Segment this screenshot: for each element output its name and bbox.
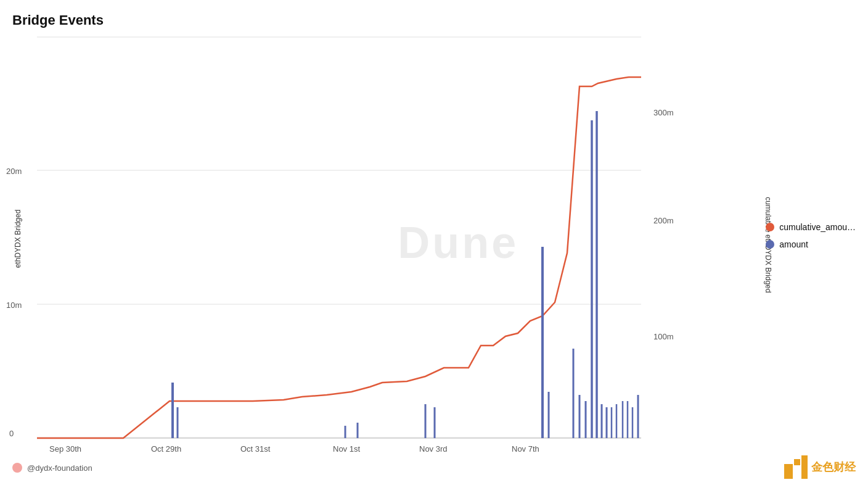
y-right-label-2: 300m: [653, 108, 674, 117]
y-left-label-2: 20m: [6, 167, 22, 176]
legend-dot-0: [766, 223, 774, 231]
legend-dot-1: [766, 240, 774, 249]
legend: cumulative_amou… amount: [766, 222, 856, 249]
y-right-label-0: 100m: [653, 332, 674, 341]
attribution: @dydx-foundation: [12, 463, 92, 473]
x-label-4: Nov 3rd: [419, 444, 448, 454]
y-left-title: ethDYDX Bridged: [14, 210, 22, 268]
legend-label-1: amount: [779, 239, 808, 249]
svg-rect-28: [801, 455, 808, 479]
chart-title: Bridge Events: [12, 12, 104, 28]
x-label-3: Nov 1st: [333, 444, 360, 454]
x-label-2: Oct 31st: [240, 444, 270, 454]
chart-svg: [37, 37, 641, 438]
attribution-dot: [12, 463, 22, 473]
brand-icon: [784, 455, 808, 479]
brand-logo: 金色财经: [784, 455, 856, 479]
x-label-1: Oct 29th: [151, 444, 181, 454]
y-right-label-1: 200m: [653, 216, 674, 225]
brand-text: 金色财经: [811, 460, 856, 475]
legend-label-0: cumulative_amou…: [779, 222, 856, 232]
svg-rect-27: [794, 459, 800, 465]
chart-container: Bridge Events: [0, 0, 868, 485]
y-left-label-1: 10m: [6, 301, 22, 310]
y-left-label-0: 0: [9, 429, 14, 438]
x-label-0: Sep 30th: [49, 444, 81, 454]
svg-rect-26: [784, 464, 793, 479]
legend-item-1: amount: [766, 239, 856, 249]
legend-item-0: cumulative_amou…: [766, 222, 856, 232]
x-label-5: Nov 7th: [512, 444, 539, 454]
attribution-text: @dydx-foundation: [27, 463, 92, 473]
